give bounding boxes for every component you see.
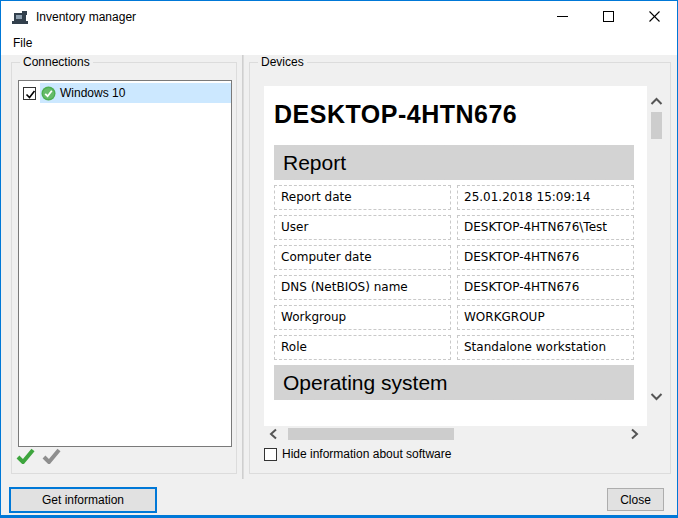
report-row: UserDESKTOP-4HTN676\Test: [274, 215, 634, 240]
report-document: DESKTOP-4HTN676 ReportReport date25.01.2…: [264, 86, 647, 442]
report-row-label: User: [274, 215, 451, 240]
scroll-up-icon[interactable]: [650, 96, 663, 108]
report-webview: DESKTOP-4HTN676 ReportReport date25.01.2…: [264, 86, 666, 442]
report-row-value: WORKGROUP: [457, 305, 634, 330]
horizontal-scrollbar[interactable]: [264, 426, 647, 442]
report-section-title: Operating system: [274, 365, 634, 400]
vertical-scrollbar[interactable]: [647, 86, 666, 442]
get-information-button[interactable]: Get information: [9, 487, 157, 513]
connection-list-item[interactable]: Windows 10: [19, 83, 231, 103]
connection-label: Windows 10: [60, 86, 125, 101]
report-row-value: DESKTOP-4HTN676: [457, 245, 634, 270]
report-row: DNS (NetBIOS) nameDESKTOP-4HTN676: [274, 275, 634, 300]
select-all-button[interactable]: [16, 447, 35, 464]
status-online-icon: [41, 86, 56, 101]
report-table: ReportReport date25.01.2018 15:09:14User…: [268, 140, 640, 405]
report-row-label: DNS (NetBIOS) name: [274, 275, 451, 300]
menu-bar: File: [1, 32, 677, 55]
panel-divider: [242, 55, 244, 479]
computer-name-heading: DESKTOP-4HTN676: [274, 100, 647, 129]
report-row-label: Workgroup: [274, 305, 451, 330]
app-window: Inventory manager File Connections Windo…: [0, 0, 678, 518]
connections-groupbox: Connections Windows 10: [11, 62, 237, 474]
connection-selection[interactable]: Windows 10: [40, 83, 231, 103]
report-row-label: Report date: [274, 185, 451, 210]
report-row: WorkgroupWORKGROUP: [274, 305, 634, 330]
window-title: Inventory manager: [36, 10, 136, 24]
connections-list[interactable]: Windows 10: [18, 80, 232, 447]
report-section-title: Report: [274, 145, 634, 180]
menu-file[interactable]: File: [1, 32, 41, 53]
scroll-down-icon[interactable]: [650, 390, 663, 402]
report-section-row: Report: [274, 145, 634, 180]
close-icon: [649, 11, 660, 22]
report-row: Computer dateDESKTOP-4HTN676: [274, 245, 634, 270]
report-row-label: Computer date: [274, 245, 451, 270]
report-section-row: Operating system: [274, 365, 634, 400]
report-row-value: DESKTOP-4HTN676: [457, 275, 634, 300]
report-row: Report date25.01.2018 15:09:14: [274, 185, 634, 210]
devices-group-label: Devices: [258, 55, 307, 69]
green-check-icon: [16, 448, 35, 464]
deselect-all-button[interactable]: [42, 447, 61, 464]
maximize-icon: [603, 11, 614, 22]
report-row: RoleStandalone workstation: [274, 335, 634, 360]
report-row-label: Role: [274, 335, 451, 360]
connections-check-toolbar: [16, 447, 61, 464]
title-bar: Inventory manager: [1, 1, 677, 32]
hide-software-checkbox[interactable]: [264, 448, 277, 461]
connection-checkbox[interactable]: [23, 87, 36, 100]
connections-group-label: Connections: [20, 55, 93, 69]
gray-check-icon: [42, 448, 61, 464]
scroll-left-icon[interactable]: [268, 428, 280, 440]
minimize-button[interactable]: [539, 1, 585, 32]
horizontal-scroll-thumb[interactable]: [288, 428, 454, 440]
hide-software-label: Hide information about software: [282, 447, 451, 461]
minimize-icon: [557, 11, 568, 22]
vertical-scroll-thumb[interactable]: [651, 112, 662, 139]
close-button[interactable]: Close: [607, 488, 664, 511]
report-body: DESKTOP-4HTN676 ReportReport date25.01.2…: [264, 86, 647, 426]
scroll-right-icon[interactable]: [628, 428, 640, 440]
report-row-value: Standalone workstation: [457, 335, 634, 360]
close-window-button[interactable]: [631, 1, 677, 32]
app-icon: [11, 8, 29, 26]
hide-software-option[interactable]: Hide information about software: [264, 447, 451, 461]
report-row-value: DESKTOP-4HTN676\Test: [457, 215, 634, 240]
caption-buttons: [539, 1, 677, 32]
devices-groupbox: Devices DESKTOP-4HTN676 ReportReport dat…: [249, 62, 671, 474]
report-row-value: 25.01.2018 15:09:14: [457, 185, 634, 210]
maximize-button[interactable]: [585, 1, 631, 32]
